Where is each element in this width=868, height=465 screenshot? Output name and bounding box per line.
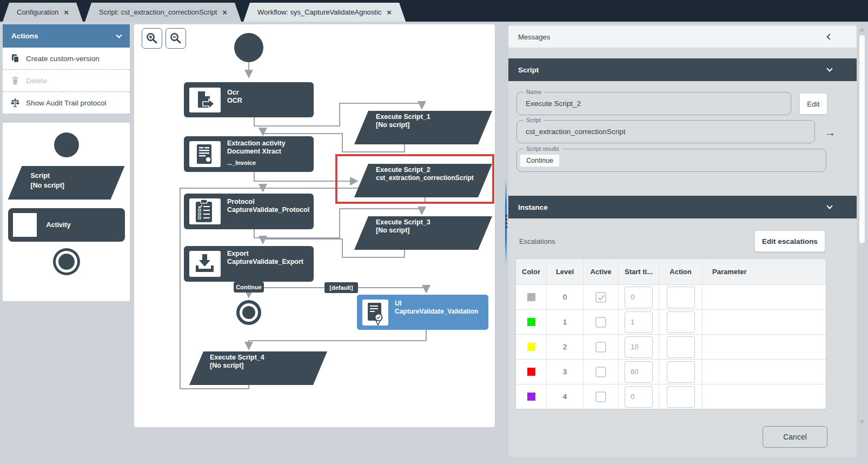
start-time-input[interactable] — [625, 386, 653, 408]
palette-script-line1: Script — [31, 171, 125, 181]
active-checkbox[interactable] — [595, 342, 606, 353]
table-row — [516, 384, 547, 409]
svg-text:[default]: [default] — [329, 284, 353, 291]
svg-text:Document Xtract: Document Xtract — [227, 148, 282, 155]
escalations-table: Color Level Active Start ti... Action Pa… — [515, 258, 826, 410]
scales-icon — [10, 98, 20, 108]
action-input[interactable] — [667, 287, 695, 308]
escalation-color-swatch — [527, 318, 535, 326]
active-checkbox[interactable] — [595, 317, 606, 328]
actions-panel-header[interactable]: Actions — [3, 24, 130, 48]
tab-label: Configuration — [17, 8, 58, 16]
column-header-color: Color — [516, 259, 547, 285]
node-start[interactable] — [234, 33, 263, 62]
instance-section-header[interactable]: Instance — [508, 196, 857, 218]
chevron-left-icon — [826, 34, 832, 39]
action-input[interactable] — [667, 336, 695, 358]
node-protocol[interactable]: Protocol CaptureValidate_Protocol — [184, 194, 314, 229]
scroll-down-arrow[interactable] — [859, 420, 865, 424]
action-label: Delete — [26, 77, 47, 85]
inspector-panel: Messages Script Name Execute Script_2 Ed… — [508, 24, 857, 457]
table-row — [516, 335, 547, 360]
node-execute-script-2[interactable]: Execute Script_2 cst_extraction_correcti… — [354, 164, 492, 197]
palette-activity-node[interactable]: Activity — [8, 208, 125, 242]
zoom-in-button[interactable] — [142, 28, 162, 49]
svg-text:[No script]: [No script] — [210, 362, 244, 369]
edit-escalations-button[interactable]: Edit escalations — [754, 230, 825, 252]
tab-configuration[interactable]: Configuration × — [3, 3, 83, 22]
zoom-out-icon — [169, 32, 182, 45]
svg-text:Execute Script_4: Execute Script_4 — [210, 354, 264, 361]
panel-scrollbar[interactable] — [858, 24, 866, 427]
chevron-down-icon — [116, 32, 122, 38]
level-cell: 2 — [547, 335, 584, 360]
node-execute-script-3[interactable]: Execute Script_3 [No script] — [354, 216, 492, 250]
svg-text:Extraction activity: Extraction activity — [227, 140, 286, 147]
node-export[interactable]: Export CaptureValidate_Export — [184, 246, 314, 282]
start-time-cell — [619, 360, 659, 384]
create-custom-version-button[interactable]: Create custom-version — [3, 48, 130, 70]
open-script-icon[interactable]: → — [822, 126, 838, 139]
svg-text:Protocol: Protocol — [227, 198, 255, 205]
actions-panel: Actions Create custom-version Delete — [3, 24, 130, 114]
start-time-input[interactable] — [625, 287, 653, 308]
edit-button[interactable]: Edit — [799, 93, 827, 115]
level-cell: 4 — [547, 384, 584, 409]
node-extraction[interactable]: Extraction activity Document Xtract ..._… — [184, 136, 314, 172]
scrollbar-thumb[interactable] — [859, 35, 865, 243]
column-header-start-time: Start ti... — [619, 259, 659, 285]
action-label: Show Audit Trail protocol — [26, 99, 107, 107]
node-palette: Script [No script] Activity — [3, 123, 130, 301]
script-result-chip[interactable]: Continue — [520, 155, 559, 167]
show-audit-trail-button[interactable]: Show Audit Trail protocol — [3, 92, 130, 114]
node-execute-script-1[interactable]: Execute Script_1 [No script] — [354, 111, 492, 144]
start-time-input[interactable] — [625, 361, 653, 383]
action-input[interactable] — [667, 386, 695, 408]
svg-text:Execute Script_2: Execute Script_2 — [376, 166, 430, 174]
column-header-action: Action — [659, 259, 703, 285]
script-field[interactable]: Script cst_extraction_correctionScript — [516, 120, 815, 143]
edge-extraction-script2 — [254, 172, 357, 181]
tab-script[interactable]: Script: cst_extraction_correctionScript … — [85, 3, 241, 22]
script-section-header[interactable]: Script — [508, 58, 857, 81]
start-time-input[interactable] — [625, 311, 653, 333]
action-input[interactable] — [667, 311, 695, 333]
zoom-out-button[interactable] — [165, 28, 186, 49]
active-checkbox[interactable] — [595, 292, 606, 303]
delete-button[interactable]: Delete — [3, 70, 130, 92]
active-cell — [584, 310, 619, 335]
messages-section-header[interactable]: Messages — [508, 26, 857, 48]
column-header-active: Active — [584, 259, 619, 285]
action-cell — [659, 384, 703, 409]
level-cell: 0 — [547, 285, 584, 310]
node-ui-validation[interactable]: UI CaptureValidate_Validation — [357, 295, 488, 330]
action-input[interactable] — [667, 361, 695, 383]
cancel-button[interactable]: Cancel — [763, 426, 827, 448]
palette-start-node[interactable] — [54, 132, 79, 157]
node-end[interactable] — [238, 302, 260, 323]
name-field[interactable]: Name Execute Script_2 — [516, 92, 791, 115]
start-time-input[interactable] — [625, 336, 653, 358]
start-time-cell — [619, 285, 659, 310]
escalation-color-swatch — [527, 293, 535, 301]
level-cell: 1 — [547, 310, 584, 335]
svg-text:[No script]: [No script] — [376, 121, 410, 129]
action-cell — [659, 360, 703, 384]
tab-workflow[interactable]: Workflow: sys_CaptureValidateAgnostic × — [243, 3, 406, 22]
table-row — [516, 360, 547, 384]
node-ocr[interactable]: Ocr OCR — [184, 82, 314, 117]
workflow-canvas[interactable]: Ocr OCR Execute Script_1 [No script] Ext… — [134, 24, 495, 427]
active-checkbox[interactable] — [595, 367, 606, 377]
close-icon[interactable]: × — [222, 8, 227, 16]
palette-script-node[interactable]: Script [No script] — [8, 166, 125, 200]
close-icon[interactable]: × — [387, 8, 392, 16]
close-icon[interactable]: × — [64, 8, 69, 16]
node-execute-script-4[interactable]: Execute Script_4 [No script] — [189, 351, 327, 385]
palette-end-node[interactable] — [58, 254, 75, 270]
escalations-label: Escalations — [519, 237, 555, 245]
active-checkbox[interactable] — [595, 391, 606, 402]
svg-text:Ocr: Ocr — [227, 89, 239, 96]
scroll-up-arrow[interactable] — [859, 28, 865, 31]
svg-text:..._Invoice: ..._Invoice — [227, 160, 256, 166]
script-section-title: Script — [518, 66, 539, 74]
